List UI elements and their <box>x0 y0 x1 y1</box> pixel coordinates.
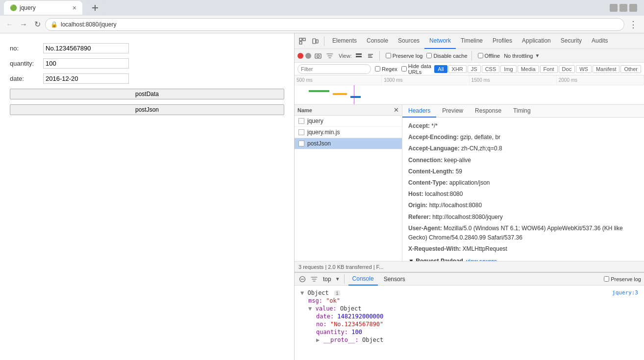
filter-media[interactable]: Media <box>518 65 539 73</box>
filter-all[interactable]: All <box>434 65 447 73</box>
filter-other[interactable]: Other <box>620 65 641 73</box>
inspect-element-button[interactable] <box>297 35 308 47</box>
header-accept-encoding: Accept-Encoding: gzip, deflate, br <box>408 133 638 142</box>
timeline-bar-jquery-min <box>333 93 347 95</box>
detail-tab-headers[interactable]: Headers <box>402 105 436 118</box>
proto-expand-icon[interactable]: ▶ <box>316 336 323 343</box>
sensors-tab[interactable]: Sensors <box>380 273 409 286</box>
window-controls <box>610 4 618 12</box>
detail-tab-timing[interactable]: Timing <box>507 105 537 118</box>
tab-timeline[interactable]: Timeline <box>456 33 488 49</box>
disable-cache-checkbox[interactable]: Disable cache <box>426 53 467 59</box>
bottom-panel: top ▼ Console Sensors Preserve log ▼ Obj… <box>295 272 644 360</box>
requests-list: Name ✕ jquery jquery.min.js postJson <box>295 105 402 261</box>
date-label: date: <box>10 75 39 82</box>
quantity-input[interactable] <box>43 58 129 69</box>
tab-audits[interactable]: Audits <box>587 33 613 49</box>
value-expand-icon[interactable]: ▼ <box>308 305 315 312</box>
tab-network[interactable]: Network <box>424 33 456 49</box>
filter-font[interactable]: Font <box>540 65 558 73</box>
view-list-button[interactable] <box>354 51 364 61</box>
tab-profiles[interactable]: Profiles <box>488 33 517 49</box>
filter-input[interactable] <box>297 64 371 74</box>
tab-elements[interactable]: Elements <box>327 33 362 49</box>
forward-button[interactable]: → <box>18 19 29 30</box>
no-throttling-select[interactable]: No throttling <box>504 53 533 59</box>
filter-css[interactable]: CSS <box>482 65 500 73</box>
svg-rect-6 <box>316 40 318 43</box>
filter-manifest[interactable]: Manifest <box>593 65 620 73</box>
timeline-mark-500: 500 ms <box>295 75 382 85</box>
console-clear-button[interactable] <box>297 274 307 284</box>
filter-img[interactable]: Img <box>500 65 516 73</box>
regex-checkbox[interactable]: Regex <box>375 66 397 72</box>
header-connection: Connection: keep-alive <box>408 156 638 165</box>
record-button[interactable] <box>297 53 303 59</box>
filter-types: All XHR JS CSS Img Media Font Doc WS Man… <box>434 65 641 73</box>
filter-xhr[interactable]: XHR <box>448 65 467 73</box>
detail-tab-preview[interactable]: Preview <box>436 105 469 118</box>
offline-checkbox[interactable]: Offline <box>478 53 500 59</box>
camera-button[interactable] <box>313 51 323 61</box>
request-name-postjson: postJson <box>307 140 331 147</box>
offline-label: Offline <box>485 53 500 59</box>
view-timeline-button[interactable] <box>366 51 375 61</box>
devtools-tabs: Elements Console Sources Network Timelin… <box>327 33 642 49</box>
window-maximize[interactable] <box>629 4 637 12</box>
console-no-field: no: "No.1234567890" <box>316 321 638 328</box>
page-content: no: quantity: date: postData postJson <box>0 33 294 360</box>
request-item-jquery[interactable]: jquery <box>295 116 402 127</box>
tab-application[interactable]: Application <box>517 33 556 49</box>
close-detail-button[interactable]: ✕ <box>394 106 399 114</box>
tab-close-btn[interactable]: × <box>73 4 76 12</box>
svg-rect-7 <box>315 54 321 58</box>
window-minimize[interactable] <box>619 4 627 12</box>
no-label: no: <box>10 45 39 52</box>
date-input[interactable] <box>43 73 129 84</box>
tab-console[interactable]: Console <box>362 33 393 49</box>
back-button[interactable]: ← <box>4 19 16 30</box>
filter-ws[interactable]: WS <box>576 65 592 73</box>
post-json-button[interactable]: postJson <box>10 104 284 115</box>
request-item-postjson[interactable]: postJson <box>295 138 402 149</box>
console-object: ▼ Object i <box>300 289 612 296</box>
tab-sources[interactable]: Sources <box>393 33 424 49</box>
timeline-bar-postjson <box>350 96 361 98</box>
new-tab-btn[interactable] <box>86 2 104 13</box>
tab-security[interactable]: Security <box>556 33 587 49</box>
request-item-jquery-min[interactable]: jquery.min.js <box>295 127 402 138</box>
stop-button[interactable] <box>305 53 311 59</box>
console-tab[interactable]: Console <box>348 273 378 286</box>
request-icon <box>298 129 304 135</box>
requests-header: Name ✕ <box>295 105 402 116</box>
refresh-button[interactable]: ↻ <box>31 19 43 30</box>
no-input[interactable] <box>43 43 129 53</box>
address-bar[interactable]: 🔒 localhost:8080/jquery <box>45 18 624 31</box>
filter-doc[interactable]: Doc <box>559 65 575 73</box>
filter-js[interactable]: JS <box>468 65 481 73</box>
bottom-console: ▼ Object i jquery:3 msg: "ok" ▼ value: O… <box>295 286 644 360</box>
console-context-arrow[interactable]: ▼ <box>335 276 340 282</box>
timeline-bars <box>295 85 644 105</box>
request-count-status: 3 requests | 2.0 KB transferred | F... <box>298 264 383 270</box>
console-object-row: ▼ Object i jquery:3 <box>300 289 638 296</box>
preserve-log-checkbox[interactable]: Preserve log <box>386 53 423 59</box>
status-bar: 3 requests | 2.0 KB transferred | F... <box>295 261 644 272</box>
header-x-requested-with: X-Requested-With: XMLHttpRequest <box>408 244 638 254</box>
browser-menu-button[interactable]: ⋮ <box>626 18 640 31</box>
object-expand-icon[interactable]: ▼ <box>300 289 307 296</box>
browser-tab[interactable]: 🟢 jquery × <box>4 1 82 15</box>
throttle-dropdown-arrow[interactable]: ▼ <box>535 53 540 58</box>
console-preserve-log-checkbox[interactable]: Preserve log <box>604 276 641 282</box>
detail-tab-response[interactable]: Response <box>469 105 507 118</box>
payload-title: ▼ Request Payload view source <box>408 258 638 261</box>
hide-data-checkbox[interactable]: Hide data URLs <box>401 63 433 75</box>
post-data-button[interactable]: postData <box>10 89 284 99</box>
quantity-row: quantity: <box>10 58 284 69</box>
filter-button[interactable] <box>325 51 335 61</box>
console-context-select[interactable]: top <box>321 276 333 283</box>
header-referer: Referer: http://localhost:8080/jquery <box>408 213 638 222</box>
address-url: localhost:8080/jquery <box>61 21 619 28</box>
device-toolbar-button[interactable] <box>309 35 321 47</box>
console-filter-button[interactable] <box>309 274 319 284</box>
